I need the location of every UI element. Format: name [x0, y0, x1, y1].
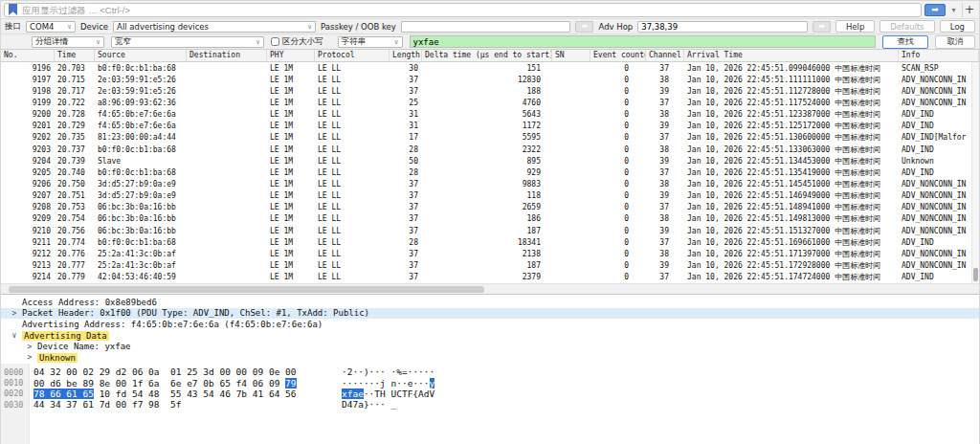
- packet-row[interactable]: 920820.75306:bc:3b:0a:16:bbLE 1MLE LL372…: [1, 202, 979, 213]
- cell: 20.703: [55, 64, 95, 73]
- packet-row[interactable]: 920620.7503d:d5:27:b9:0a:e9LE 1MLE LL379…: [1, 178, 979, 189]
- packet-row[interactable]: 919620.703b0:f0:0c:b1:ba:68LE 1MLE LL301…: [1, 62, 979, 74]
- detail-row[interactable]: >Device Name: yxfae: [1, 341, 979, 352]
- bookmark-icon[interactable]: [9, 4, 17, 15]
- adv-hop-input[interactable]: [637, 21, 808, 33]
- device-select[interactable]: All advertising devices∨: [113, 21, 316, 33]
- cell: LE LL: [315, 273, 390, 281]
- column-header-length[interactable]: Length: [390, 50, 422, 61]
- packet-row[interactable]: 920420.739SlaveLE 1MLE LL50895039Jan 10,…: [1, 155, 979, 166]
- adv-hop-label: Adv Hop: [598, 22, 633, 32]
- cell: LE 1M: [267, 157, 315, 166]
- column-header-source[interactable]: Source: [95, 50, 187, 61]
- passkey-input[interactable]: [401, 21, 571, 33]
- apply-filter-button[interactable]: ➡: [924, 4, 946, 16]
- ascii-run: ·2··)··· ·%=·····: [342, 366, 434, 377]
- find-charset-select[interactable]: 宽窄∨: [111, 36, 264, 48]
- column-header-sn[interactable]: SN: [552, 50, 590, 61]
- cell: ADV_IND: [899, 273, 979, 281]
- cancel-button[interactable]: 取消: [935, 35, 975, 49]
- detail-row[interactable]: Advertising Address: f4:65:0b:e7:6e:6a (…: [1, 319, 979, 330]
- passkey-label: Passkey / OOB key: [321, 22, 396, 32]
- display-filter-input[interactable]: [22, 4, 917, 16]
- help-button[interactable]: Help: [835, 20, 875, 33]
- cell: ADV_NONCONN_IN: [899, 250, 979, 258]
- cell: 42:04:53:46:40:59: [95, 273, 187, 281]
- cell: Jan 10, 2026 22:45:51.123387000 中国标准时间: [684, 109, 899, 120]
- column-header-info[interactable]: Info: [899, 50, 979, 61]
- cell: 0: [590, 122, 646, 130]
- packet-row[interactable]: 920720.7513d:d5:27:b9:0a:e9LE 1MLE LL371…: [1, 190, 979, 202]
- cell: Jan 10, 2026 22:45:51.112728000 中国标准时间: [684, 86, 899, 97]
- column-header-destination[interactable]: Destination: [187, 50, 267, 61]
- packet-row[interactable]: 921120.774b0:f0:0c:b1:ba:68LE 1MLE LL281…: [1, 236, 979, 248]
- defaults-button[interactable]: Defaults: [880, 20, 935, 33]
- column-header-delta-time-s-end-to-start[interactable]: Delta time (µs end to start): [422, 50, 552, 61]
- cell: b0:f0:0c:b1:ba:68: [95, 238, 187, 247]
- packet-row[interactable]: 920320.737b0:f0:0c:b1:ba:68LE 1MLE LL282…: [1, 144, 979, 155]
- chevron-collapsed-icon[interactable]: >: [22, 343, 37, 351]
- display-filter-field[interactable]: [4, 3, 922, 17]
- column-header-phy[interactable]: PHY: [267, 50, 315, 61]
- passkey-apply-arrow-icon[interactable]: ➡: [575, 21, 593, 33]
- cell: 50: [390, 157, 422, 166]
- chevron-expanded-icon[interactable]: ∨: [7, 331, 22, 340]
- adv-hop-apply-arrow-icon[interactable]: ➡: [813, 21, 831, 33]
- detail-row[interactable]: >Packet Header: 0x1f00 (PDU Type: ADV_IN…: [1, 308, 979, 320]
- cell: 0: [590, 273, 646, 281]
- find-input[interactable]: [410, 35, 877, 48]
- case-sensitive-checkbox[interactable]: [271, 37, 279, 46]
- chevron-collapsed-icon[interactable]: >: [22, 353, 37, 362]
- cell: 0: [590, 110, 646, 119]
- hex-lines: 000004 32 00 02 29 d2 06 0a 01 25 3d 00 …: [1, 366, 979, 411]
- packet-row[interactable]: 921320.77725:2a:41:3c:0b:afLE 1MLE LL371…: [1, 259, 979, 271]
- cell: Jan 10, 2026 22:45:51.146949000 中国标准时间: [684, 190, 899, 201]
- detail-row[interactable]: ∨Advertising Data: [1, 330, 979, 342]
- cell: 0: [590, 250, 646, 258]
- packet-row[interactable]: 920120.729f4:65:0b:e7:6e:6aLE 1MLE LL311…: [1, 121, 979, 132]
- hex-line[interactable]: 003044 34 37 61 7d 00 f7 98 5fD47a}··· _: [1, 399, 979, 410]
- detail-row[interactable]: >Unknown: [1, 352, 979, 364]
- scrollbar-thumb[interactable]: [9, 286, 484, 293]
- hex-line[interactable]: 002078 66 61 65 10 fd 54 48 55 43 54 46 …: [1, 388, 979, 399]
- packet-row[interactable]: 921220.77625:2a:41:3c:0b:afLE 1MLE LL372…: [1, 248, 979, 259]
- find-button[interactable]: 查找: [882, 35, 928, 49]
- packet-row[interactable]: 919720.7152e:03:59:91:e5:26LE 1MLE LL371…: [1, 74, 979, 85]
- find-scope-select[interactable]: 分组详情∨: [32, 36, 104, 48]
- cell: 38: [646, 145, 684, 154]
- cell: Jan 10, 2026 22:45:51.171397000 中国标准时间: [684, 249, 899, 259]
- packet-list-horizontal-scrollbar[interactable]: [1, 283, 979, 295]
- packet-row[interactable]: 919920.722a8:96:09:93:62:36LE 1MLE LL254…: [1, 97, 979, 108]
- hex-line[interactable]: 000004 32 00 02 29 d2 06 0a 01 25 3d 00 …: [1, 366, 979, 377]
- scrollbar-thumb[interactable]: [973, 268, 978, 281]
- chevron-collapsed-icon[interactable]: >: [7, 309, 22, 318]
- packet-row[interactable]: 921420.77942:04:53:46:40:59LE 1MLE LL372…: [1, 272, 979, 283]
- column-header-channel[interactable]: Channel: [646, 50, 684, 61]
- packet-row[interactable]: 920020.728f4:65:0b:e7:6e:6aLE 1MLE LL315…: [1, 109, 979, 121]
- filter-dropdown-caret-icon[interactable]: ▾: [948, 4, 959, 16]
- column-header-event-counter[interactable]: Event counter: [590, 50, 646, 61]
- detail-row[interactable]: Access Address: 0x8e89bed6: [1, 297, 979, 308]
- case-sensitive-checkbox-group[interactable]: 区分大小写: [271, 36, 323, 48]
- cell: 28: [390, 168, 422, 177]
- hex-line[interactable]: 001000 d6 be 89 8e 00 1f 6a 6e e7 0b 65 …: [1, 377, 979, 388]
- packet-row[interactable]: 920520.740b0:f0:0c:b1:ba:68LE 1MLE LL289…: [1, 166, 979, 178]
- column-header-arrival-time[interactable]: Arrival Time: [684, 50, 899, 61]
- column-header-time[interactable]: Time: [55, 50, 95, 61]
- column-header-no[interactable]: No.: [1, 50, 55, 61]
- packet-list-vertical-scrollbar[interactable]: [971, 62, 979, 283]
- cell: 39: [646, 191, 684, 200]
- add-filter-button[interactable]: +: [962, 3, 976, 17]
- packet-row[interactable]: 920920.75406:bc:3b:0a:16:bbLE 1MLE LL371…: [1, 213, 979, 225]
- log-button[interactable]: Log: [940, 20, 975, 33]
- cell: LE 1M: [267, 64, 315, 73]
- packet-row[interactable]: 919820.7172e:03:59:91:e5:26LE 1MLE LL371…: [1, 85, 979, 97]
- cell: 0: [590, 76, 646, 84]
- packet-row[interactable]: 920220.73581:23:00:00:a4:44LE 1MLE LL175…: [1, 132, 979, 144]
- column-header-protocol[interactable]: Protocol: [315, 50, 390, 61]
- cell: 1172: [422, 122, 552, 130]
- cell: ADV_IND: [899, 110, 979, 119]
- interface-select[interactable]: COM4∨: [26, 21, 76, 33]
- packet-row[interactable]: 921020.75606:bc:3b:0a:16:bbLE 1MLE LL371…: [1, 225, 979, 236]
- find-type-select[interactable]: 字符串∨: [338, 36, 403, 48]
